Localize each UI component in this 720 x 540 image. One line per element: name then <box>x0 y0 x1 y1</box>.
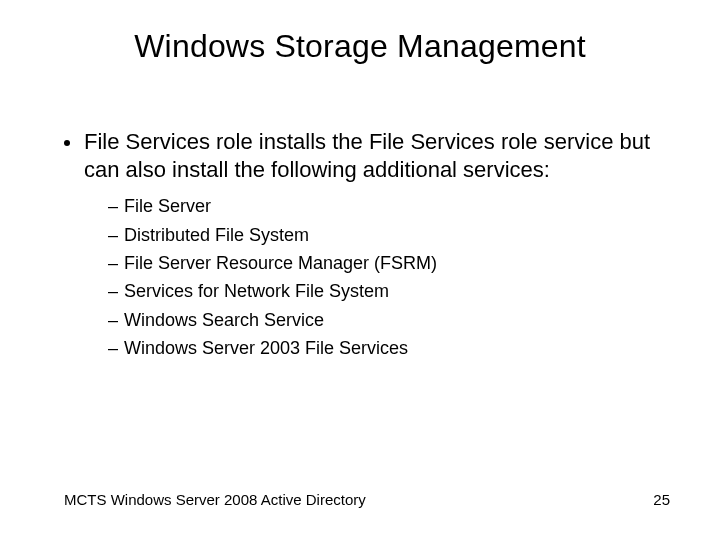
sub-bullet-text: Distributed File System <box>124 223 309 247</box>
list-item: – Distributed File System <box>108 223 660 247</box>
sub-bullet-text: Windows Search Service <box>124 308 324 332</box>
sub-bullet-text: File Server <box>124 194 211 218</box>
footer-text: MCTS Windows Server 2008 Active Director… <box>64 491 366 508</box>
dash-icon: – <box>108 194 124 218</box>
sub-bullet-text: File Server Resource Manager (FSRM) <box>124 251 437 275</box>
dash-icon: – <box>108 223 124 247</box>
dash-icon: – <box>108 336 124 360</box>
dash-icon: – <box>108 279 124 303</box>
dash-icon: – <box>108 251 124 275</box>
list-item: – File Server Resource Manager (FSRM) <box>108 251 660 275</box>
slide-body: File Services role installs the File Ser… <box>64 128 660 364</box>
list-item: – Services for Network File System <box>108 279 660 303</box>
slide-title: Windows Storage Management <box>0 28 720 65</box>
dash-icon: – <box>108 308 124 332</box>
list-item: – File Server <box>108 194 660 218</box>
page-number: 25 <box>653 491 670 508</box>
sub-bullet-list: – File Server – Distributed File System … <box>108 194 660 360</box>
list-item: – Windows Server 2003 File Services <box>108 336 660 360</box>
sub-bullet-text: Services for Network File System <box>124 279 389 303</box>
sub-bullet-text: Windows Server 2003 File Services <box>124 336 408 360</box>
bullet-level-1: File Services role installs the File Ser… <box>64 128 660 184</box>
bullet-text: File Services role installs the File Ser… <box>84 128 660 184</box>
bullet-dot-icon <box>64 140 70 146</box>
list-item: – Windows Search Service <box>108 308 660 332</box>
slide: Windows Storage Management File Services… <box>0 0 720 540</box>
